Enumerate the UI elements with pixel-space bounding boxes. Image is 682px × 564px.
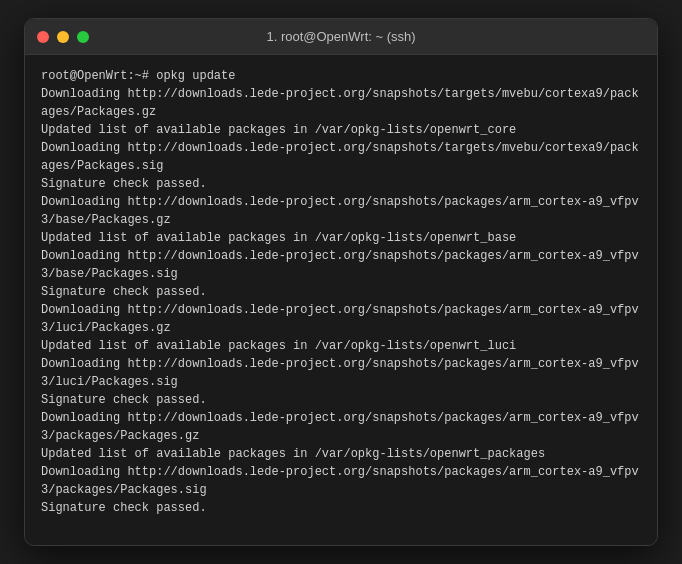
terminal-line: Downloading http://downloads.lede-projec… xyxy=(41,85,641,121)
terminal-line: Updated list of available packages in /v… xyxy=(41,337,641,355)
terminal-line: root@OpenWrt:~# opkg update xyxy=(41,67,641,85)
maximize-button[interactable] xyxy=(77,31,89,43)
terminal-line: Updated list of available packages in /v… xyxy=(41,445,641,463)
terminal-line: Downloading http://downloads.lede-projec… xyxy=(41,355,641,391)
titlebar: 1. root@OpenWrt: ~ (ssh) xyxy=(25,19,657,55)
terminal-line: Downloading http://downloads.lede-projec… xyxy=(41,409,641,445)
terminal-window: 1. root@OpenWrt: ~ (ssh) root@OpenWrt:~#… xyxy=(24,18,658,546)
close-button[interactable] xyxy=(37,31,49,43)
terminal-line: Signature check passed. xyxy=(41,499,641,517)
window-title: 1. root@OpenWrt: ~ (ssh) xyxy=(266,29,415,44)
terminal-line: Updated list of available packages in /v… xyxy=(41,229,641,247)
terminal-line: Signature check passed. xyxy=(41,175,641,193)
terminal-line: Updated list of available packages in /v… xyxy=(41,121,641,139)
minimize-button[interactable] xyxy=(57,31,69,43)
terminal-line: Signature check passed. xyxy=(41,283,641,301)
terminal-line: Signature check passed. xyxy=(41,391,641,409)
terminal-line: Downloading http://downloads.lede-projec… xyxy=(41,247,641,283)
terminal-body[interactable]: root@OpenWrt:~# opkg updateDownloading h… xyxy=(25,55,657,545)
terminal-line: Downloading http://downloads.lede-projec… xyxy=(41,193,641,229)
terminal-line: Downloading http://downloads.lede-projec… xyxy=(41,139,641,175)
terminal-line: Downloading http://downloads.lede-projec… xyxy=(41,463,641,499)
terminal-line: Downloading http://downloads.lede-projec… xyxy=(41,301,641,337)
traffic-lights xyxy=(37,31,89,43)
